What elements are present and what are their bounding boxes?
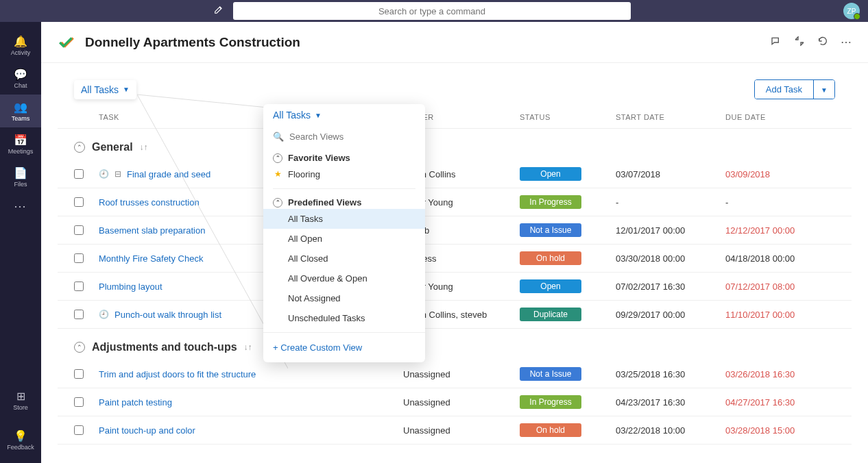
status-badge: In Progress [520,395,581,409]
task-title: Trim and adjust doors to fit the structu… [99,369,256,379]
status-badge: Open [520,167,581,181]
row-checkbox[interactable] [74,169,84,179]
collapse-toggle-icon: ⌃ [74,342,85,353]
row-checkbox[interactable] [74,253,84,263]
favorite-views-header[interactable]: ⌃ Favorite Views [263,149,425,164]
add-task-split-button: Add Task ▼ [754,79,835,99]
group-header[interactable]: ⌃ Adjustments and touch-ups ↓↑ [58,329,852,360]
col-status[interactable]: STATUS [520,113,616,121]
user-avatar[interactable]: ZP [843,3,860,19]
calendar-icon: 📅 [14,134,27,147]
rail-chat[interactable]: 💬 Chat [0,62,41,95]
start-date: 03/22/2018 10:00 [616,425,725,436]
start-date: - [616,197,725,208]
row-checkbox[interactable] [74,197,84,207]
table-row: 🕘⊟Final grade and seed Helen Collins Ope… [58,160,852,188]
predefined-views-header[interactable]: ⌃ Predefined Views [263,193,425,209]
rail-teams[interactable]: 👥 Teams [0,95,41,127]
rail-files[interactable]: 📄 Files [0,160,41,193]
due-date: 03/09/2018 [725,169,835,179]
table-row: Monthly Fire Safety Check charless On ho… [58,245,852,273]
view-item[interactable]: All Overdue & Open [263,268,425,288]
table-header: TASK OWNER STATUS START DATE DUE DATE [58,103,852,129]
row-checkbox[interactable] [74,397,84,407]
due-date: 04/18/2018 00:00 [725,253,835,264]
group-title: General [92,141,133,153]
view-item[interactable]: All Tasks [263,209,425,229]
view-item[interactable]: Not Assigned [263,288,425,308]
start-date: 07/02/2017 16:30 [616,281,725,292]
subtask-icon: ⊟ [114,169,121,179]
add-task-button[interactable]: Add Task [755,80,813,99]
sort-icon[interactable]: ↓↑ [244,342,252,352]
command-search-input[interactable] [233,2,631,20]
rail-feedback[interactable]: 💡 Feedback [0,423,41,456]
views-dropdown-panel: All Tasks ▼ 🔍 ⌃ Favorite Views Flooring … [263,104,425,362]
table-row: Plumbing layout Victor Young Open 07/02/… [58,273,852,301]
view-item[interactable]: All Open [263,229,425,249]
views-search-input[interactable] [289,132,415,142]
conversation-icon[interactable] [771,36,782,49]
start-date: 03/30/2018 00:00 [616,253,725,264]
task-title: Monthly Fire Safety Check [99,253,203,264]
task-title: Final grade and seed [127,169,210,179]
row-checkbox[interactable] [74,310,84,319]
view-item[interactable]: All Closed [263,249,425,268]
tasks-panel: All Tasks ▼ Add Task ▼ TASK OWNER STATUS… [58,70,852,445]
status-badge: In Progress [520,195,581,209]
task-link[interactable]: Paint patch testing [99,397,403,408]
rail-more[interactable]: ⋯ [14,199,27,214]
row-checkbox[interactable] [74,425,84,435]
due-date: 03/28/2018 15:00 [725,425,835,436]
chevron-down-icon: ▼ [315,112,322,119]
status-badge: Not a Issue [520,223,581,237]
due-date: 11/10/2017 00:00 [725,310,835,320]
chat-icon: 💬 [14,68,27,81]
table-row: Paint touch-up and color Unassigned On h… [58,416,852,445]
row-checkbox[interactable] [74,369,84,379]
sort-icon[interactable]: ↓↑ [140,142,148,152]
col-start[interactable]: START DATE [616,113,725,121]
status-badge: Duplicate [520,308,581,321]
due-date: 07/12/2017 08:00 [725,281,835,292]
status-badge: Open [520,279,581,293]
task-title: Roof trusses construction [99,197,200,208]
status-badge: Not a Issue [520,367,581,381]
row-checkbox[interactable] [74,281,84,291]
table-row: 🕘Punch-out walk through list Helen Colli… [58,301,852,329]
views-dropdown-trigger-inner[interactable]: All Tasks ▼ [263,104,425,126]
add-task-dropdown[interactable]: ▼ [813,80,834,99]
due-date: 04/27/2017 16:30 [725,397,835,408]
rail-store[interactable]: ⊞ Store [0,384,41,416]
store-icon: ⊞ [16,390,25,403]
rail-activity[interactable]: 🔔 Activity [0,29,41,62]
task-title: Paint touch-up and color [99,425,195,436]
task-owner: Unassigned [403,425,520,436]
compose-icon[interactable] [214,5,224,17]
task-link[interactable]: Paint touch-up and color [99,425,403,436]
collapse-toggle-icon: ⌃ [273,153,282,163]
task-title: Basement slab preparation [99,225,205,236]
channel-actions: ⋯ [771,36,852,49]
view-item-favorite[interactable]: Flooring [263,164,425,184]
collapse-icon[interactable] [794,36,805,49]
task-title: Plumbing layout [99,281,162,292]
row-checkbox[interactable] [74,225,84,235]
task-title: Punch-out walk through list [114,310,221,320]
col-due[interactable]: DUE DATE [725,113,835,121]
more-icon[interactable]: ⋯ [841,36,852,49]
divider [273,188,415,189]
panel-toolbar: All Tasks ▼ Add Task ▼ [58,70,852,103]
clock-icon: 🕘 [99,169,109,179]
group-header[interactable]: ⌃ General ↓↑ [58,129,852,160]
status-badge: On hold [520,251,581,265]
view-item[interactable]: Unscheduled Tasks [263,308,425,328]
create-custom-view[interactable]: + Create Custom View [263,332,425,357]
teams-icon: 👥 [14,101,27,114]
refresh-icon[interactable] [817,36,828,49]
rail-meetings[interactable]: 📅 Meetings [0,127,41,160]
search-icon: 🔍 [273,132,284,142]
view-dropdown-trigger[interactable]: All Tasks ▼ [74,80,136,99]
task-link[interactable]: Trim and adjust doors to fit the structu… [99,369,403,379]
top-command-bar: ZP [0,0,868,22]
